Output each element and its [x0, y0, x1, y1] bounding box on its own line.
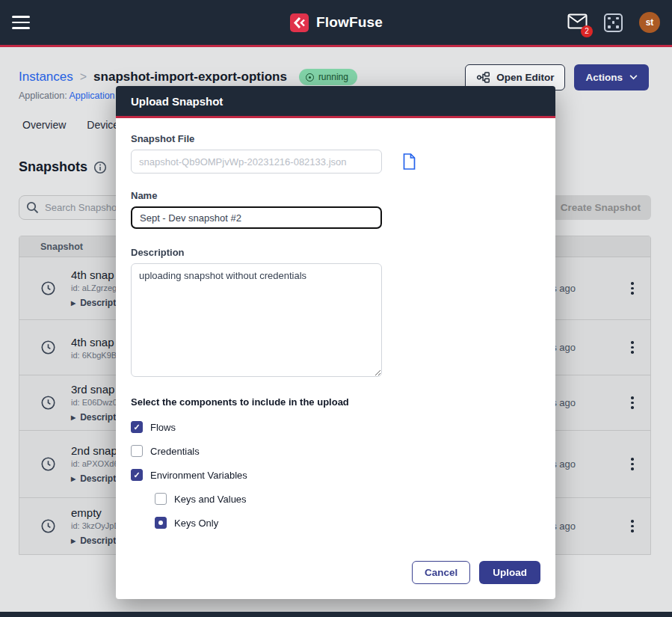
- components-label: Select the components to include in the …: [131, 396, 540, 408]
- page-footer-bar: [0, 612, 672, 617]
- snapshot-file-input[interactable]: [131, 150, 382, 174]
- snapshot-file-label: Snapshot File: [131, 133, 540, 144]
- upload-button[interactable]: Upload: [479, 561, 540, 584]
- checkbox-icon[interactable]: [131, 421, 143, 433]
- radio-icon[interactable]: [155, 493, 167, 505]
- radio-icon[interactable]: [155, 517, 167, 529]
- top-navbar: FlowFuse 2 st: [0, 0, 672, 45]
- radio-keys-only[interactable]: Keys Only: [155, 511, 540, 535]
- user-avatar[interactable]: st: [639, 12, 660, 33]
- cancel-button[interactable]: Cancel: [412, 561, 470, 584]
- checkbox-flows[interactable]: Flows: [131, 415, 540, 439]
- team-grid-icon[interactable]: [604, 13, 623, 32]
- modal-title: Upload Snapshot: [116, 86, 555, 118]
- name-label: Name: [131, 190, 540, 201]
- hamburger-menu-icon[interactable]: [12, 16, 30, 29]
- radio-keys-and-values[interactable]: Keys and Values: [155, 487, 540, 511]
- checkbox-icon[interactable]: [131, 445, 143, 457]
- description-textarea[interactable]: [131, 263, 382, 377]
- checkbox-credentials[interactable]: Credentials: [131, 439, 540, 463]
- flowfuse-logo-icon: [289, 13, 309, 33]
- checkbox-icon[interactable]: [131, 469, 143, 481]
- brand-name: FlowFuse: [316, 14, 383, 31]
- navbar-accent-line: [0, 45, 672, 47]
- name-input[interactable]: [131, 206, 382, 229]
- file-document-icon: [401, 153, 417, 171]
- notifications-button[interactable]: 2: [567, 13, 588, 32]
- description-label: Description: [131, 247, 540, 258]
- upload-snapshot-modal: Upload Snapshot Snapshot File Name Descr…: [116, 86, 555, 599]
- select-file-button[interactable]: [401, 153, 417, 171]
- checkbox-environment-variables[interactable]: Environment Variables: [131, 463, 540, 487]
- notification-badge: 2: [581, 25, 593, 37]
